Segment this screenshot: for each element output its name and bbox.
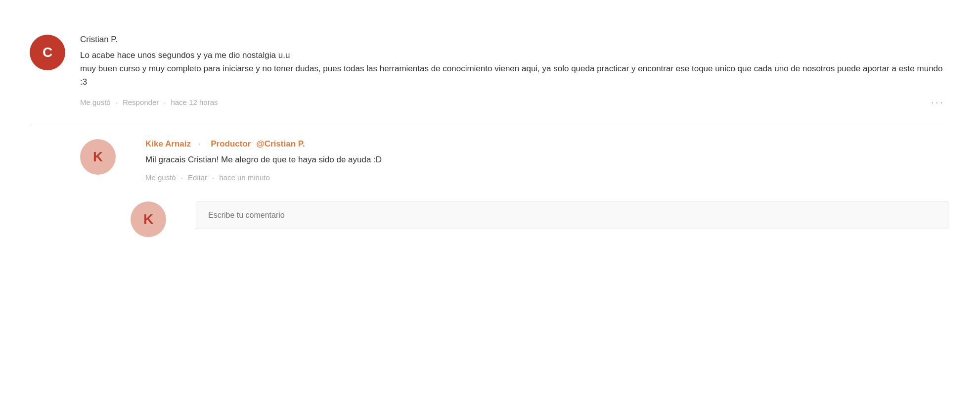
- reply-body: Kike Arnaiz · Productor @Cristian P. Mil…: [145, 139, 949, 182]
- comment-section: C Cristian P. Lo acabe hace unos segundo…: [30, 20, 949, 252]
- current-user-avatar: K: [131, 201, 166, 237]
- reply-edit-button[interactable]: Editar: [188, 173, 207, 182]
- comment-item: C Cristian P. Lo acabe hace unos segundo…: [30, 20, 949, 124]
- reply-like-button[interactable]: Me gustó: [145, 173, 176, 182]
- separator: ·: [116, 98, 118, 106]
- reply-button[interactable]: Responder: [123, 98, 159, 106]
- reply-timestamp: hace un minuto: [219, 173, 270, 182]
- reply-author-mention: @Cristian P.: [256, 139, 305, 148]
- reply-text: Mil gracais Cristian! Me alegro de que t…: [145, 153, 949, 166]
- separator: ·: [212, 173, 214, 182]
- reply-actions: Me gustó · Editar · hace un minuto: [145, 173, 949, 182]
- avatar: C: [30, 35, 65, 70]
- like-button[interactable]: Me gustó: [80, 98, 111, 106]
- comment-body: Cristian P. Lo acabe hace unos segundos …: [80, 35, 949, 109]
- reply-author: Kike Arnaiz · Productor @Cristian P.: [145, 139, 949, 149]
- separator: ·: [164, 98, 166, 106]
- timestamp: hace 12 horas: [171, 98, 218, 106]
- comment-text: Lo acabe hace unos segundos y ya me dio …: [80, 49, 949, 89]
- avatar: K: [80, 139, 116, 175]
- comment-author: Cristian P.: [80, 35, 949, 45]
- reply-section: K Kike Arnaiz · Productor @Cristian P. M…: [80, 124, 949, 252]
- reply-author-name: Kike Arnaiz: [145, 139, 191, 148]
- separator: ·: [181, 173, 183, 182]
- comment-input-wrapper: [196, 201, 949, 229]
- comment-input[interactable]: [196, 201, 949, 229]
- reply-item: K Kike Arnaiz · Productor @Cristian P. M…: [80, 124, 949, 192]
- reply-author-badge: Productor: [211, 139, 251, 148]
- comment-input-row: K: [131, 192, 949, 252]
- comment-actions: Me gustó · Responder · hace 12 horas ···: [80, 96, 949, 109]
- more-options-button[interactable]: ···: [926, 96, 949, 109]
